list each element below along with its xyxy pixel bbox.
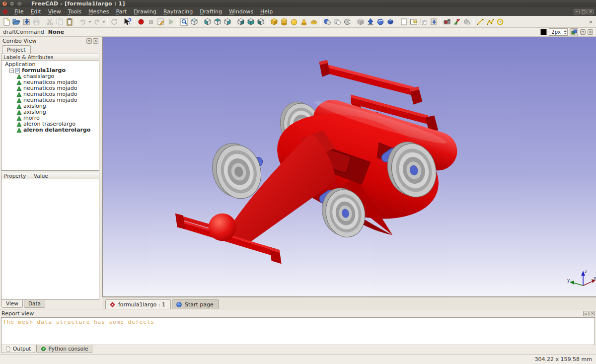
- macro-record-icon[interactable]: [136, 17, 146, 27]
- toolbar-overflow-chevron[interactable]: »: [587, 18, 595, 25]
- print-icon[interactable]: [31, 17, 41, 27]
- tab-output[interactable]: Output: [1, 345, 35, 353]
- 3d-model-formula1-car[interactable]: z x y: [103, 37, 596, 296]
- window-maximize-button[interactable]: ▫: [17, 1, 22, 6]
- macro-stop-icon[interactable]: [146, 17, 156, 27]
- view-right-icon[interactable]: [223, 17, 232, 27]
- mesh-polygon-cut-icon[interactable]: [385, 17, 395, 27]
- copy-icon[interactable]: [55, 17, 65, 27]
- window-close-button[interactable]: ×: [2, 1, 7, 6]
- nose-ball[interactable]: [209, 214, 236, 241]
- save-document-icon[interactable]: [21, 17, 31, 27]
- drawing-a3-landscape-icon[interactable]: A3: [409, 17, 419, 27]
- redo-dropdown-icon[interactable]: [102, 17, 106, 27]
- menu-drawing[interactable]: Drawing: [130, 8, 160, 15]
- report-output[interactable]: The mesh data structure has some defects: [1, 317, 595, 345]
- menu-raytracing[interactable]: Raytracing: [160, 8, 196, 15]
- drawing-export-page-icon[interactable]: [429, 17, 439, 27]
- boolean-common-icon[interactable]: [332, 17, 342, 27]
- raytracing-render-icon[interactable]: [442, 17, 452, 27]
- line-width-spin-arrows[interactable]: [563, 29, 567, 35]
- mdi-close-button[interactable]: ×: [588, 9, 594, 14]
- menu-file[interactable]: File: [11, 8, 27, 15]
- apply-style-button[interactable]: [570, 28, 578, 36]
- draft-circle-icon[interactable]: [495, 17, 505, 27]
- menu-windows[interactable]: Windows: [225, 8, 257, 15]
- tree-expander-icon[interactable]: −: [9, 69, 14, 73]
- toolbar-float-button[interactable]: ▫: [580, 29, 586, 35]
- value-column-header[interactable]: Value: [31, 172, 48, 179]
- part-torus-icon[interactable]: [309, 17, 319, 27]
- drawing-ortho-views-icon[interactable]: [419, 17, 429, 27]
- tree-item-neumaticos-4[interactable]: neumaticos mojado: [3, 97, 99, 103]
- line-color-swatch[interactable]: [540, 29, 547, 35]
- draft-wire-icon[interactable]: [485, 17, 495, 27]
- tab-start-page[interactable]: Start page: [172, 299, 219, 309]
- macro-play-icon[interactable]: [166, 17, 176, 27]
- view-top-icon[interactable]: [213, 17, 223, 27]
- menu-part[interactable]: Part: [112, 8, 130, 15]
- raytracing-new-project-icon[interactable]: [452, 17, 462, 27]
- menu-drafting[interactable]: Drafting: [196, 8, 225, 15]
- menu-view[interactable]: View: [45, 8, 65, 15]
- draft-line-icon[interactable]: [475, 17, 485, 27]
- part-cone-icon[interactable]: [299, 17, 309, 27]
- refresh-icon[interactable]: [109, 17, 119, 27]
- tab-data[interactable]: Data: [24, 300, 45, 308]
- mesh-from-shape-icon[interactable]: [356, 17, 366, 27]
- cut-icon[interactable]: [45, 17, 55, 27]
- mdi-minimize-button[interactable]: −: [574, 9, 580, 14]
- mesh-curvature-plot-icon[interactable]: [375, 17, 385, 27]
- tab-view[interactable]: View: [1, 300, 23, 308]
- menu-meshes[interactable]: Meshes: [85, 8, 112, 15]
- redo-icon[interactable]: [92, 17, 102, 27]
- undo-icon[interactable]: [78, 17, 88, 27]
- boolean-union-icon[interactable]: [322, 17, 332, 27]
- mesh-export-icon[interactable]: [366, 17, 375, 27]
- tree-item-label: aleron delanterolargo: [22, 127, 90, 133]
- property-table[interactable]: [1, 179, 99, 300]
- axis-x-label: x: [594, 276, 596, 281]
- property-column-header[interactable]: Property: [1, 172, 31, 179]
- tree-item-aleron-delantero[interactable]: aleron delanterolargo: [3, 127, 99, 133]
- report-view-float-button[interactable]: ▫: [583, 311, 589, 316]
- tab-formula1largo-document[interactable]: formula1largo : 1: [105, 299, 171, 309]
- tree-item-axislong-2[interactable]: axislong: [3, 109, 99, 115]
- window-minimize-button[interactable]: −: [9, 1, 15, 6]
- toolbar-separator: [107, 18, 108, 26]
- line-width-spinbox[interactable]: 2px: [549, 28, 568, 36]
- report-view-close-button[interactable]: ×: [590, 311, 595, 316]
- new-document-icon[interactable]: [1, 17, 11, 27]
- part-cylinder-icon[interactable]: [279, 17, 289, 27]
- undo-dropdown-icon[interactable]: [88, 17, 92, 27]
- drawing-new-page-icon[interactable]: [399, 17, 409, 27]
- macro-edit-icon[interactable]: [156, 17, 166, 27]
- menu-tools[interactable]: Tools: [65, 8, 85, 15]
- model-tree[interactable]: Application − formula1largo chasislargo …: [1, 61, 99, 171]
- boolean-cut-icon[interactable]: [342, 17, 352, 27]
- view-rear-icon[interactable]: [236, 17, 246, 27]
- raytracing-export-icon[interactable]: [462, 17, 472, 27]
- view-front-icon[interactable]: [203, 17, 213, 27]
- menu-edit[interactable]: Edit: [27, 8, 44, 15]
- tree-item-axislong-1[interactable]: axislong: [3, 103, 99, 109]
- combo-view-close-button[interactable]: ×: [93, 38, 98, 44]
- whats-this-icon[interactable]: [123, 17, 133, 27]
- paste-icon[interactable]: [65, 17, 74, 27]
- tab-python-console[interactable]: Python console: [36, 345, 92, 353]
- view-fit-all-icon[interactable]: [179, 17, 189, 27]
- view-left-icon[interactable]: [256, 17, 266, 27]
- combo-view-float-button[interactable]: ▫: [86, 38, 92, 44]
- view-bottom-icon[interactable]: [246, 17, 256, 27]
- mdi-restore-button[interactable]: □: [581, 9, 587, 14]
- toolbar-close-button[interactable]: ×: [588, 29, 593, 35]
- open-document-icon[interactable]: [11, 17, 21, 27]
- menu-bar: File Edit View Tools Meshes Part Drawing…: [0, 7, 596, 16]
- tab-project[interactable]: Project: [2, 45, 31, 54]
- part-box-icon[interactable]: [269, 17, 279, 27]
- part-sphere-icon[interactable]: [289, 17, 299, 27]
- view-axonometric-icon[interactable]: [189, 17, 199, 27]
- menu-help[interactable]: Help: [257, 8, 276, 15]
- 3d-viewport[interactable]: z x y: [102, 37, 596, 297]
- mdi-window-buttons: − □ ×: [574, 9, 595, 14]
